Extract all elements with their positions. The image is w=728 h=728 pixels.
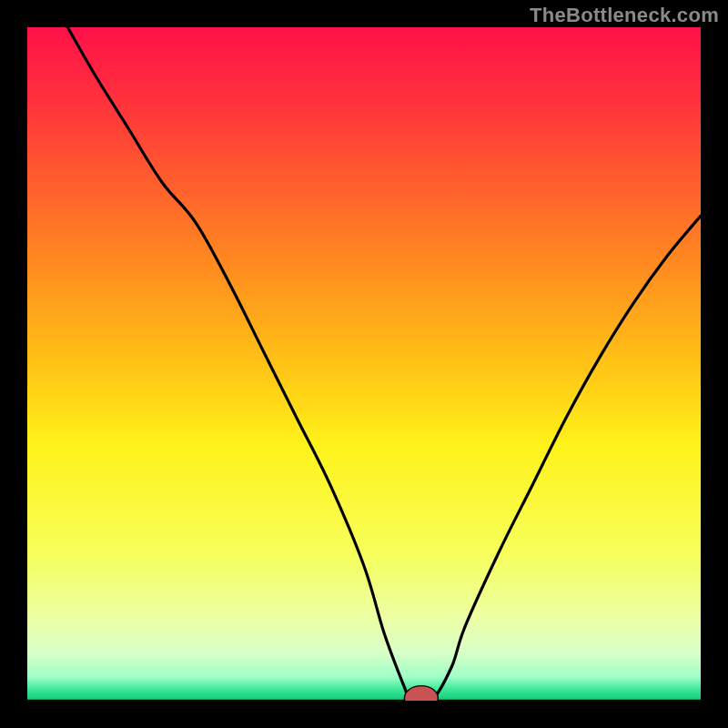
plot-area: [27, 27, 701, 701]
attribution-text: TheBottleneck.com: [530, 4, 719, 27]
chart-svg: [27, 27, 701, 701]
chart-container: TheBottleneck.com: [0, 0, 728, 728]
